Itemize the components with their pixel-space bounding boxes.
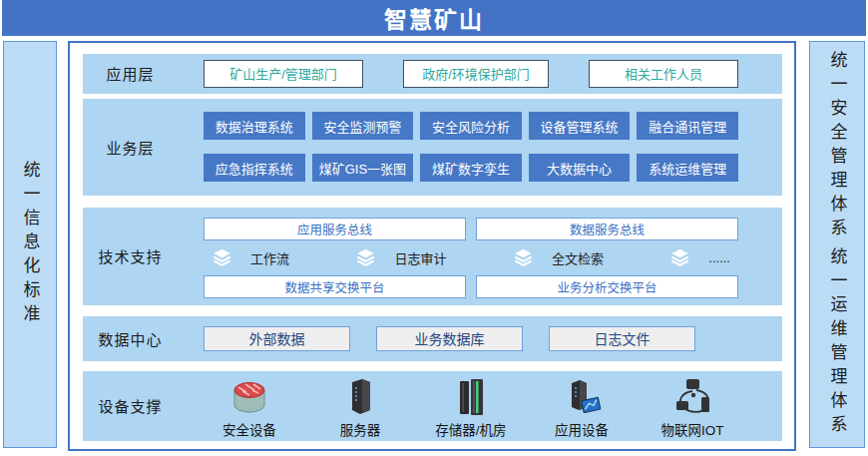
business-layer-row: 业务层 数据治理系统 安全监测预警 安全风险分析 设备管理系统 融合通讯管理 应… (83, 99, 782, 196)
external-data-box: 外部数据 (204, 326, 350, 351)
business-row-2: 应急指挥系统 煤矿GIS一张图 煤矿数字孪生 大数据中心 系统运维管理 (204, 154, 738, 182)
middleware-fulltext-search: 全文检索 (513, 247, 604, 267)
middleware-workflow: 工作流 (212, 247, 289, 267)
app-node-government-env: 政府/环境保护部门 (403, 60, 549, 88)
biz-node-ops-management: 系统运维管理 (637, 154, 738, 182)
biz-node-comm-management: 融合通讯管理 (637, 112, 738, 140)
layers-icon (513, 247, 534, 267)
left-standard-panel: 统一信息化标准 (3, 41, 57, 448)
more-services-label: ...... (708, 250, 730, 265)
layers-icon (355, 247, 376, 267)
biz-node-data-governance: 数据治理系统 (204, 112, 305, 140)
business-layer-label: 业务层 (83, 99, 178, 196)
app-device-label: 应用设备 (555, 419, 609, 439)
layers-icon (212, 247, 232, 267)
device-server: 服务器 (314, 377, 406, 439)
business-row-1: 数据治理系统 安全监测预警 安全风险分析 设备管理系统 融合通讯管理 (204, 112, 738, 140)
smart-mine-architecture-diagram: 智慧矿山 统一信息化标准 统一安全管理体系 统一运维管理体系 应用层 矿山生产/… (0, 0, 868, 456)
biz-node-device-management: 设备管理系统 (529, 112, 631, 140)
security-system-label: 统一安全管理体系 (829, 51, 846, 242)
device-support-row: 设备支撑 安全设备 (83, 371, 782, 441)
middleware-log-audit: 日志审计 (355, 247, 446, 267)
tech-support-label: 技术支持 (83, 208, 178, 305)
log-file-box: 日志文件 (549, 326, 695, 351)
data-center-row: 数据中心 外部数据 业务数据库 日志文件 (83, 316, 782, 361)
title-banner: 智慧矿山 (2, 0, 866, 36)
workflow-label: 工作流 (250, 248, 289, 267)
storage-room-label: 存储器/机房 (435, 419, 506, 439)
app-node-related-staff: 相关工作人员 (589, 60, 738, 88)
layers-icon (669, 247, 690, 267)
biz-node-digital-twin: 煤矿数字孪生 (420, 154, 522, 182)
data-service-bus: 数据服务总线 (476, 218, 738, 240)
log-audit-label: 日志审计 (394, 248, 446, 267)
device-iot: 物联网IOT (647, 377, 738, 439)
device-application: 应用设备 (536, 377, 628, 439)
biz-node-emergency-command: 应急指挥系统 (204, 154, 305, 182)
app-node-mine-production: 矿山生产/管理部门 (204, 60, 363, 88)
app-service-bus: 应用服务总线 (204, 218, 466, 240)
security-device-label: 安全设备 (222, 419, 276, 439)
business-analysis-platform: 业务分析交换平台 (476, 275, 738, 298)
exchange-platform-line: 数据共享交换平台 业务分析交换平台 (204, 275, 738, 298)
business-layer-items: 数据治理系统 安全监测预警 安全风险分析 设备管理系统 融合通讯管理 应急指挥系… (178, 99, 782, 196)
page-title: 智慧矿山 (384, 1, 484, 35)
tech-support-row: 技术支持 应用服务总线 数据服务总线 工作流 (83, 208, 782, 305)
data-sharing-platform: 数据共享交换平台 (204, 275, 466, 298)
middleware-more: ...... (669, 247, 730, 267)
server-icon (336, 377, 384, 417)
application-layer-items: 矿山生产/管理部门 政府/环境保护部门 相关工作人员 (178, 54, 782, 94)
app-device-icon (558, 377, 606, 417)
biz-node-safety-monitoring: 安全监测预警 (312, 112, 414, 140)
tech-support-items: 应用服务总线 数据服务总线 工作流 (178, 208, 782, 305)
business-database-box: 业务数据库 (376, 326, 523, 351)
ops-system-label: 统一运维管理体系 (829, 247, 846, 439)
right-standard-panel: 统一安全管理体系 统一运维管理体系 (809, 41, 865, 448)
device-security: 安全设备 (204, 377, 295, 439)
fulltext-search-label: 全文检索 (552, 248, 604, 267)
iot-network-icon (668, 377, 716, 417)
data-center-items: 外部数据 业务数据库 日志文件 (178, 316, 782, 361)
server-label: 服务器 (340, 419, 381, 439)
data-center-label: 数据中心 (83, 316, 178, 361)
service-bus-line: 应用服务总线 数据服务总线 (204, 218, 738, 240)
biz-node-big-data-center: 大数据中心 (529, 154, 631, 182)
storage-rack-icon (447, 377, 495, 417)
middleware-line: 工作流 日志审计 (204, 247, 738, 267)
device-storage: 存储器/机房 (425, 377, 517, 439)
application-layer-label: 应用层 (83, 54, 178, 94)
biz-node-gis-map: 煤矿GIS一张图 (312, 154, 414, 182)
device-support-label: 设备支撑 (83, 371, 178, 441)
architecture-body: 应用层 矿山生产/管理部门 政府/环境保护部门 相关工作人员 业务层 数据治理系… (68, 41, 796, 451)
iot-label: 物联网IOT (661, 419, 724, 439)
device-support-items: 安全设备 服务器 (178, 371, 782, 441)
application-layer-row: 应用层 矿山生产/管理部门 政府/环境保护部门 相关工作人员 (83, 54, 782, 94)
left-panel-label: 统一信息化标准 (22, 161, 39, 328)
firewall-icon (225, 377, 273, 417)
biz-node-risk-analysis: 安全风险分析 (420, 112, 522, 140)
